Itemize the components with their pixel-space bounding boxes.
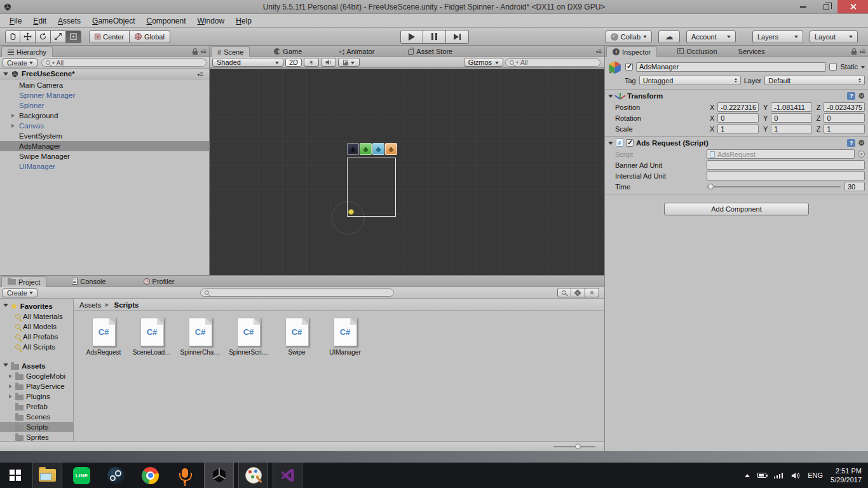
tag-dropdown[interactable]: Untagged	[639, 76, 741, 85]
panel-menu-icon[interactable]: ≡	[860, 48, 865, 55]
taskbar-steam[interactable]	[101, 463, 131, 488]
panel-menu-icon[interactable]: ≡	[198, 71, 203, 78]
clock[interactable]: 2:51 PM 5/29/2017	[831, 466, 862, 484]
account-dropdown[interactable]: Account	[686, 30, 736, 43]
taskbar-chrome[interactable]	[135, 463, 165, 488]
rotation-x-field[interactable]: 0	[717, 113, 759, 123]
foldout-closed-icon[interactable]	[11, 114, 17, 118]
lock-icon[interactable]	[193, 51, 198, 55]
hidden-icons-button[interactable]	[745, 471, 750, 477]
foldout-open-icon[interactable]	[3, 72, 8, 78]
taskbar-paint[interactable]	[238, 463, 268, 488]
layout-dropdown[interactable]: Layout	[810, 30, 858, 43]
foldout-closed-icon[interactable]	[9, 374, 14, 378]
folder-prefab[interactable]: Prefab	[0, 402, 73, 412]
favorite-all-scripts[interactable]: All Scripts	[0, 342, 73, 352]
slider-handle[interactable]	[575, 444, 581, 449]
restore-button[interactable]	[815, 0, 837, 13]
tab-services[interactable]: Services	[733, 46, 771, 57]
rect-tool-button[interactable]	[66, 30, 81, 43]
scale-tool-button[interactable]	[51, 30, 66, 43]
scene-viewport[interactable]	[210, 69, 604, 275]
position-z-field[interactable]: -0.0234375	[824, 102, 865, 112]
folder-plugins[interactable]: Plugins	[0, 391, 73, 402]
tab-inspector[interactable]: Inspector	[606, 46, 657, 57]
tab-profiler[interactable]: Profiler	[138, 276, 180, 287]
file-adsrequest[interactable]: C# AdsRequest	[79, 318, 128, 356]
favorites-filter-button[interactable]	[585, 288, 599, 297]
volume-icon[interactable]	[790, 471, 800, 480]
pivot-mode-button[interactable]: Center	[89, 30, 130, 43]
start-button[interactable]	[0, 463, 31, 488]
foldout-open-icon[interactable]	[3, 363, 8, 369]
icon-size-slider[interactable]	[553, 443, 595, 451]
gear-icon[interactable]	[858, 139, 865, 147]
help-icon[interactable]	[847, 92, 855, 100]
language-indicator[interactable]: ENG	[808, 471, 823, 479]
scale-y-field[interactable]: 1	[771, 124, 812, 133]
search-by-type-button[interactable]	[557, 288, 571, 297]
draw-mode-dropdown[interactable]: Shaded	[212, 58, 283, 67]
time-slider[interactable]	[707, 182, 841, 191]
pause-button[interactable]	[423, 30, 446, 44]
move-tool-button[interactable]	[20, 30, 36, 43]
rotation-y-field[interactable]: 0	[771, 113, 812, 123]
tab-project[interactable]: Project	[1, 276, 46, 287]
tab-console[interactable]: Console	[66, 276, 111, 287]
effects-dropdown[interactable]	[338, 58, 360, 67]
spinner-sprite-green[interactable]	[360, 143, 372, 155]
favorite-all-prefabs[interactable]: All Prefabs	[0, 332, 73, 342]
chevron-down-icon[interactable]	[861, 66, 865, 71]
folder-playservices[interactable]: PlayService	[0, 381, 73, 391]
hierarchy-item-adsmanager[interactable]: AdsManager	[0, 141, 209, 151]
file-uimanager[interactable]: C# UIManager	[321, 318, 369, 356]
position-y-field[interactable]: -1.081411	[771, 102, 812, 112]
file-spinnercha[interactable]: C# SpinnerCha…	[176, 318, 224, 356]
interstitial-ad-unit-field[interactable]	[707, 171, 865, 180]
ads-request-header[interactable]: Ads Request (Script)	[605, 137, 868, 149]
hierarchy-create-button[interactable]: Create	[3, 58, 37, 67]
selected-object-gizmo[interactable]	[348, 209, 354, 215]
menu-assets[interactable]: Assets	[52, 15, 86, 27]
menu-file[interactable]: File	[4, 15, 27, 27]
pivot-rotation-button[interactable]: Global	[130, 30, 170, 43]
folder-scripts[interactable]: Scripts	[0, 422, 73, 432]
step-button[interactable]	[446, 30, 469, 44]
battery-icon[interactable]	[757, 473, 766, 478]
menu-gameobject[interactable]: GameObject	[86, 15, 140, 27]
hierarchy-item-background[interactable]: Background	[0, 111, 209, 121]
time-value-field[interactable]: 30	[844, 182, 865, 191]
favorite-all-models[interactable]: All Models	[0, 322, 73, 332]
scale-x-field[interactable]: 1	[717, 124, 759, 133]
foldout-open-icon[interactable]	[608, 95, 613, 100]
position-x-field[interactable]: -0.2227316	[717, 102, 759, 112]
gizmos-dropdown[interactable]: Gizmos	[464, 58, 503, 67]
object-name-field[interactable]: AdsManager	[636, 62, 826, 72]
hierarchy-search-input[interactable]: All	[41, 58, 207, 67]
hierarchy-item-eventsystem[interactable]: EventSystem	[0, 131, 209, 141]
layers-dropdown[interactable]: Layers	[752, 30, 803, 43]
transform-header[interactable]: Transform	[605, 90, 868, 102]
lock-icon[interactable]	[851, 51, 857, 55]
scale-z-field[interactable]: 1	[824, 124, 865, 133]
layer-dropdown[interactable]: Default	[764, 76, 865, 85]
tab-hierarchy[interactable]: Hierarchy	[1, 46, 53, 57]
assets-root[interactable]: Assets	[0, 361, 73, 371]
tab-scene[interactable]: Scene	[211, 46, 250, 57]
hierarchy-item-spinner-manager[interactable]: Spinner Manager	[0, 90, 209, 100]
collab-dropdown[interactable]: Collab	[606, 30, 652, 43]
tab-occlusion[interactable]: Occlusion	[672, 46, 722, 57]
spinner-sprite-orange[interactable]	[385, 143, 397, 155]
folder-scenes[interactable]: Scenes	[0, 412, 73, 422]
tab-animator[interactable]: Animator	[334, 46, 380, 57]
tab-game[interactable]: Game	[268, 46, 308, 57]
foldout-closed-icon[interactable]	[9, 395, 14, 398]
hierarchy-item-uimanager[interactable]: UIManager	[0, 161, 209, 172]
lighting-toggle-button[interactable]: ☀	[304, 58, 319, 67]
hierarchy-item-spinner[interactable]: Spinner	[0, 100, 209, 111]
hierarchy-item-canvas[interactable]: Canvas	[0, 121, 209, 131]
scene-root-row[interactable]: FreeUseScene* ≡	[0, 69, 209, 79]
favorites-root[interactable]: Favorites	[0, 301, 73, 311]
static-checkbox[interactable]	[829, 63, 837, 71]
foldout-closed-icon[interactable]	[9, 384, 14, 388]
